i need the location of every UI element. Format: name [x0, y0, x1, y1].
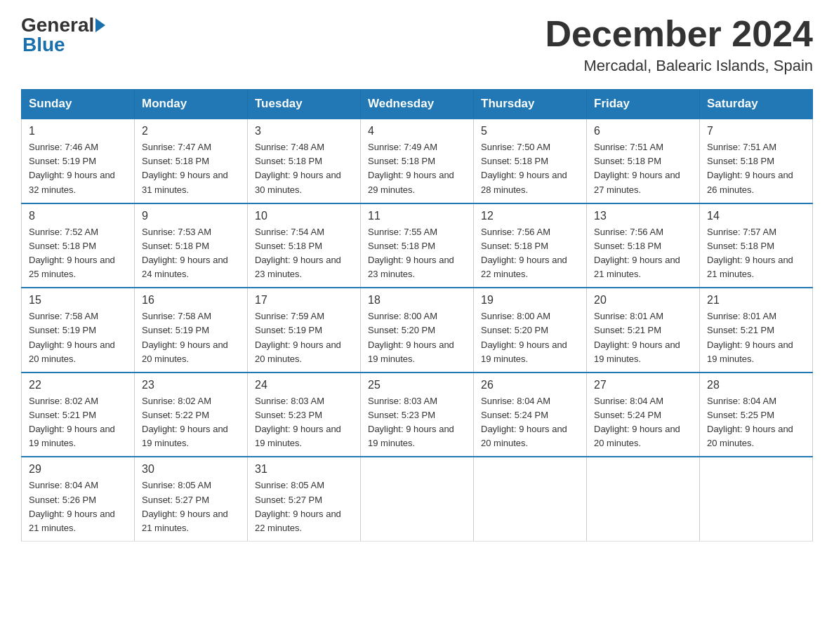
day-number: 24: [255, 379, 353, 391]
day-number: 1: [29, 125, 127, 137]
day-info: Sunrise: 8:03 AMSunset: 5:23 PMDaylight:…: [255, 394, 353, 451]
day-number: 22: [29, 379, 127, 391]
day-number: 6: [594, 125, 692, 137]
day-info: Sunrise: 8:00 AMSunset: 5:20 PMDaylight:…: [368, 309, 466, 366]
day-number: 15: [29, 294, 127, 307]
calendar-cell: 21Sunrise: 8:01 AMSunset: 5:21 PMDayligh…: [700, 288, 813, 373]
calendar-cell: 6Sunrise: 7:51 AMSunset: 5:18 PMDaylight…: [587, 119, 700, 203]
day-info: Sunrise: 8:05 AMSunset: 5:27 PMDaylight:…: [255, 478, 353, 535]
calendar-cell: 29Sunrise: 8:04 AMSunset: 5:26 PMDayligh…: [22, 457, 135, 541]
day-number: 4: [368, 125, 466, 137]
day-info: Sunrise: 7:59 AMSunset: 5:19 PMDaylight:…: [255, 309, 353, 366]
month-title: December 2024: [545, 14, 813, 54]
calendar-cell: 12Sunrise: 7:56 AMSunset: 5:18 PMDayligh…: [474, 203, 587, 288]
day-number: 7: [707, 125, 805, 137]
day-info: Sunrise: 8:04 AMSunset: 5:26 PMDaylight:…: [29, 478, 127, 535]
calendar-cell: 26Sunrise: 8:04 AMSunset: 5:24 PMDayligh…: [474, 373, 587, 457]
day-info: Sunrise: 8:03 AMSunset: 5:23 PMDaylight:…: [368, 394, 466, 451]
day-info: Sunrise: 7:57 AMSunset: 5:18 PMDaylight:…: [707, 225, 805, 282]
calendar-cell: 30Sunrise: 8:05 AMSunset: 5:27 PMDayligh…: [135, 457, 248, 541]
day-info: Sunrise: 8:05 AMSunset: 5:27 PMDaylight:…: [142, 478, 240, 535]
day-number: 21: [707, 294, 805, 307]
calendar-cell: 3Sunrise: 7:48 AMSunset: 5:18 PMDaylight…: [248, 119, 361, 203]
day-number: 20: [594, 294, 692, 307]
day-number: 2: [142, 125, 240, 137]
calendar-week-row: 29Sunrise: 8:04 AMSunset: 5:26 PMDayligh…: [22, 457, 813, 541]
day-number: 17: [255, 294, 353, 307]
day-info: Sunrise: 7:58 AMSunset: 5:19 PMDaylight:…: [142, 309, 240, 366]
day-info: Sunrise: 7:50 AMSunset: 5:18 PMDaylight:…: [481, 140, 579, 197]
calendar-cell: 8Sunrise: 7:52 AMSunset: 5:18 PMDaylight…: [22, 203, 135, 288]
day-number: 31: [255, 463, 353, 476]
day-number: 26: [481, 379, 579, 391]
calendar-cell: 13Sunrise: 7:56 AMSunset: 5:18 PMDayligh…: [587, 203, 700, 288]
day-number: 23: [142, 379, 240, 391]
page-header: General Blue December 2024 Mercadal, Bal…: [21, 14, 813, 75]
day-info: Sunrise: 7:51 AMSunset: 5:18 PMDaylight:…: [707, 140, 805, 197]
day-number: 27: [594, 379, 692, 391]
day-number: 29: [29, 463, 127, 476]
col-header-saturday: Saturday: [700, 90, 813, 119]
day-info: Sunrise: 8:02 AMSunset: 5:22 PMDaylight:…: [142, 394, 240, 451]
calendar-cell: 9Sunrise: 7:53 AMSunset: 5:18 PMDaylight…: [135, 203, 248, 288]
col-header-wednesday: Wednesday: [361, 90, 474, 119]
day-number: 5: [481, 125, 579, 137]
day-info: Sunrise: 7:52 AMSunset: 5:18 PMDaylight:…: [29, 225, 127, 282]
day-info: Sunrise: 8:01 AMSunset: 5:21 PMDaylight:…: [594, 309, 692, 366]
col-header-thursday: Thursday: [474, 90, 587, 119]
col-header-sunday: Sunday: [22, 90, 135, 119]
day-number: 10: [255, 210, 353, 222]
calendar-cell: 11Sunrise: 7:55 AMSunset: 5:18 PMDayligh…: [361, 203, 474, 288]
col-header-friday: Friday: [587, 90, 700, 119]
day-info: Sunrise: 7:48 AMSunset: 5:18 PMDaylight:…: [255, 140, 353, 197]
day-number: 9: [142, 210, 240, 222]
calendar-cell: 4Sunrise: 7:49 AMSunset: 5:18 PMDaylight…: [361, 119, 474, 203]
calendar-cell: 2Sunrise: 7:47 AMSunset: 5:18 PMDaylight…: [135, 119, 248, 203]
day-info: Sunrise: 8:04 AMSunset: 5:24 PMDaylight:…: [594, 394, 692, 451]
day-info: Sunrise: 7:55 AMSunset: 5:18 PMDaylight:…: [368, 225, 466, 282]
day-info: Sunrise: 8:00 AMSunset: 5:20 PMDaylight:…: [481, 309, 579, 366]
col-header-monday: Monday: [135, 90, 248, 119]
day-info: Sunrise: 7:49 AMSunset: 5:18 PMDaylight:…: [368, 140, 466, 197]
logo-arrow-icon: [95, 18, 105, 32]
day-number: 28: [707, 379, 805, 391]
day-info: Sunrise: 7:51 AMSunset: 5:18 PMDaylight:…: [594, 140, 692, 197]
calendar-cell: 16Sunrise: 7:58 AMSunset: 5:19 PMDayligh…: [135, 288, 248, 373]
logo: General Blue: [21, 14, 105, 56]
day-info: Sunrise: 8:04 AMSunset: 5:25 PMDaylight:…: [707, 394, 805, 451]
calendar-cell: [361, 457, 474, 541]
col-header-tuesday: Tuesday: [248, 90, 361, 119]
calendar-cell: 19Sunrise: 8:00 AMSunset: 5:20 PMDayligh…: [474, 288, 587, 373]
day-info: Sunrise: 7:56 AMSunset: 5:18 PMDaylight:…: [594, 225, 692, 282]
day-number: 18: [368, 294, 466, 307]
day-info: Sunrise: 8:02 AMSunset: 5:21 PMDaylight:…: [29, 394, 127, 451]
day-number: 8: [29, 210, 127, 222]
day-info: Sunrise: 7:53 AMSunset: 5:18 PMDaylight:…: [142, 225, 240, 282]
calendar-week-row: 8Sunrise: 7:52 AMSunset: 5:18 PMDaylight…: [22, 203, 813, 288]
calendar-cell: 15Sunrise: 7:58 AMSunset: 5:19 PMDayligh…: [22, 288, 135, 373]
day-number: 11: [368, 210, 466, 222]
calendar-week-row: 15Sunrise: 7:58 AMSunset: 5:19 PMDayligh…: [22, 288, 813, 373]
title-section: December 2024 Mercadal, Balearic Islands…: [545, 14, 813, 75]
calendar-cell: 24Sunrise: 8:03 AMSunset: 5:23 PMDayligh…: [248, 373, 361, 457]
calendar-cell: 31Sunrise: 8:05 AMSunset: 5:27 PMDayligh…: [248, 457, 361, 541]
day-number: 12: [481, 210, 579, 222]
calendar-cell: 5Sunrise: 7:50 AMSunset: 5:18 PMDaylight…: [474, 119, 587, 203]
calendar-cell: 10Sunrise: 7:54 AMSunset: 5:18 PMDayligh…: [248, 203, 361, 288]
calendar-cell: 25Sunrise: 8:03 AMSunset: 5:23 PMDayligh…: [361, 373, 474, 457]
day-number: 16: [142, 294, 240, 307]
day-number: 19: [481, 294, 579, 307]
calendar-cell: 14Sunrise: 7:57 AMSunset: 5:18 PMDayligh…: [700, 203, 813, 288]
calendar-table: SundayMondayTuesdayWednesdayThursdayFrid…: [21, 89, 813, 542]
calendar-cell: 22Sunrise: 8:02 AMSunset: 5:21 PMDayligh…: [22, 373, 135, 457]
day-info: Sunrise: 8:04 AMSunset: 5:24 PMDaylight:…: [481, 394, 579, 451]
calendar-week-row: 1Sunrise: 7:46 AMSunset: 5:19 PMDaylight…: [22, 119, 813, 203]
calendar-cell: 23Sunrise: 8:02 AMSunset: 5:22 PMDayligh…: [135, 373, 248, 457]
day-info: Sunrise: 7:54 AMSunset: 5:18 PMDaylight:…: [255, 225, 353, 282]
day-number: 14: [707, 210, 805, 222]
day-info: Sunrise: 7:46 AMSunset: 5:19 PMDaylight:…: [29, 140, 127, 197]
day-info: Sunrise: 7:56 AMSunset: 5:18 PMDaylight:…: [481, 225, 579, 282]
location-subtitle: Mercadal, Balearic Islands, Spain: [545, 57, 813, 75]
day-number: 30: [142, 463, 240, 476]
calendar-cell: 17Sunrise: 7:59 AMSunset: 5:19 PMDayligh…: [248, 288, 361, 373]
